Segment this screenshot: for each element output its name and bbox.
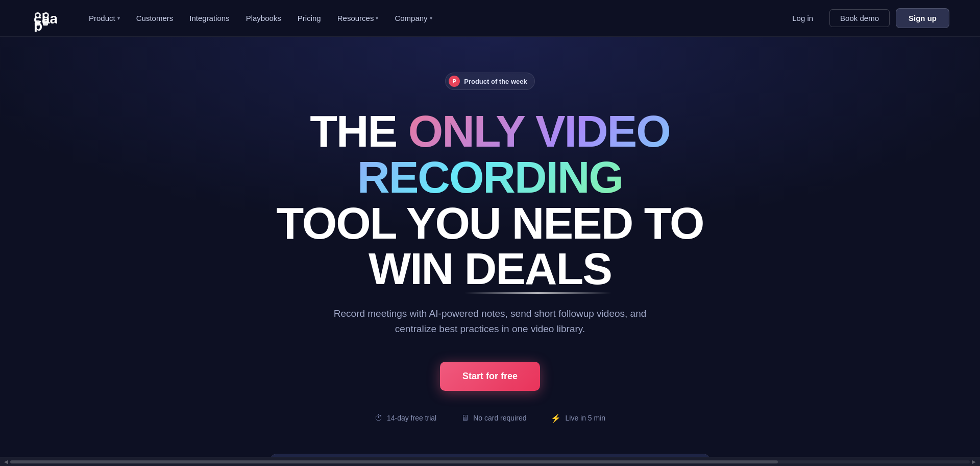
- scrollbar-thumb: [10, 460, 778, 463]
- product-badge: P Product of the week: [445, 73, 535, 90]
- trust-badges: ⏱ 14-day free trial 🖥 No card required ⚡…: [375, 413, 605, 423]
- hero-section: P Product of the week THE ONLY VIDEO REC…: [0, 37, 980, 466]
- book-demo-button[interactable]: Book demo: [829, 9, 890, 27]
- scroll-left-arrow[interactable]: ◀: [4, 459, 8, 464]
- chevron-down-icon: ▾: [117, 15, 120, 21]
- logo[interactable]: cl aa p: [31, 5, 57, 32]
- trust-card: 🖥 No card required: [461, 413, 526, 423]
- lightning-icon: ⚡: [551, 413, 561, 423]
- svg-rect-7: [35, 20, 40, 26]
- scroll-right-arrow[interactable]: ▶: [972, 459, 976, 464]
- start-free-button[interactable]: Start for free: [440, 362, 540, 391]
- trust-card-label: No card required: [473, 414, 526, 422]
- nav-item-resources[interactable]: Resources ▾: [330, 10, 386, 27]
- scrollbar-track[interactable]: [10, 460, 970, 463]
- svg-rect-8: [43, 20, 48, 26]
- trust-live: ⚡ Live in 5 min: [551, 413, 605, 423]
- login-button[interactable]: Log in: [782, 10, 823, 27]
- nav-item-customers[interactable]: Customers: [129, 10, 181, 27]
- nav-item-company[interactable]: Company ▾: [387, 10, 439, 27]
- product-hunt-icon: P: [449, 76, 460, 87]
- hero-subtitle: Record meetings with AI-powered notes, s…: [327, 306, 653, 337]
- trust-trial: ⏱ 14-day free trial: [375, 413, 436, 423]
- svg-point-4: [36, 14, 39, 17]
- badge-text: Product of the week: [464, 78, 527, 85]
- trust-trial-label: 14-day free trial: [387, 414, 436, 422]
- clock-icon: ⏱: [375, 413, 383, 423]
- navigation: cl aa p Product ▾ Customers Integrations…: [0, 0, 980, 37]
- svg-point-6: [44, 14, 47, 17]
- chevron-down-icon: ▾: [376, 15, 378, 21]
- nav-links: Product ▾ Customers Integrations Playboo…: [82, 10, 782, 27]
- title-the: THE: [310, 106, 408, 156]
- nav-item-integrations[interactable]: Integrations: [182, 10, 236, 27]
- card-icon: 🖥: [461, 413, 469, 423]
- signup-button[interactable]: Sign up: [896, 8, 949, 28]
- nav-item-playbooks[interactable]: Playbooks: [239, 10, 288, 27]
- hero-title: THE ONLY VIDEO RECORDING TOOL YOU NEED T…: [235, 108, 745, 292]
- bottom-scrollbar: ◀ ▶: [0, 457, 980, 466]
- chevron-down-icon: ▾: [430, 15, 432, 21]
- nav-right: Log in Book demo Sign up: [782, 8, 949, 28]
- trust-live-label: Live in 5 min: [565, 414, 605, 422]
- nav-item-pricing[interactable]: Pricing: [290, 10, 328, 27]
- nav-item-product[interactable]: Product ▾: [82, 10, 127, 27]
- title-deals: DEALS: [464, 246, 611, 292]
